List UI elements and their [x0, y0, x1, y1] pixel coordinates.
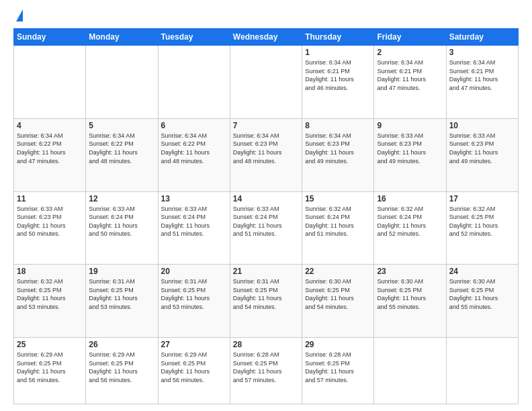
day-info: Sunrise: 6:33 AMSunset: 6:24 PMDaylight:…	[161, 205, 227, 238]
day-number: 8	[305, 121, 371, 130]
calendar-table: SundayMondayTuesdayWednesdayThursdayFrid…	[13, 28, 519, 404]
calendar-cell: 11Sunrise: 6:33 AMSunset: 6:23 PMDayligh…	[14, 191, 86, 265]
day-number: 5	[89, 121, 154, 130]
day-number: 14	[233, 194, 299, 203]
calendar-header-friday: Friday	[374, 29, 446, 46]
calendar-cell: 4Sunrise: 6:34 AMSunset: 6:22 PMDaylight…	[14, 118, 86, 191]
day-info: Sunrise: 6:34 AMSunset: 6:22 PMDaylight:…	[161, 132, 227, 165]
day-number: 13	[161, 194, 227, 203]
calendar-header-sunday: Sunday	[14, 29, 86, 46]
day-number: 28	[233, 340, 299, 349]
page: SundayMondayTuesdayWednesdayThursdayFrid…	[0, 0, 532, 411]
calendar-cell: 29Sunrise: 6:28 AMSunset: 6:25 PMDayligh…	[302, 338, 374, 404]
calendar-cell: 23Sunrise: 6:30 AMSunset: 6:25 PMDayligh…	[374, 265, 446, 338]
calendar-cell: 12Sunrise: 6:33 AMSunset: 6:24 PMDayligh…	[86, 191, 158, 265]
calendar-header-tuesday: Tuesday	[158, 29, 230, 46]
day-number: 21	[233, 267, 299, 276]
day-number: 7	[233, 121, 299, 130]
day-number: 1	[305, 48, 371, 57]
day-info: Sunrise: 6:33 AMSunset: 6:24 PMDaylight:…	[89, 205, 154, 238]
calendar-cell: 14Sunrise: 6:33 AMSunset: 6:24 PMDayligh…	[230, 191, 302, 265]
calendar-cell: 22Sunrise: 6:30 AMSunset: 6:25 PMDayligh…	[302, 265, 374, 338]
day-number: 27	[161, 340, 227, 349]
day-info: Sunrise: 6:29 AMSunset: 6:25 PMDaylight:…	[161, 351, 227, 384]
day-number: 11	[17, 194, 83, 203]
day-number: 25	[17, 340, 83, 349]
calendar-cell	[374, 338, 446, 404]
day-number: 20	[161, 267, 227, 276]
day-number: 17	[449, 194, 515, 203]
day-info: Sunrise: 6:32 AMSunset: 6:25 PMDaylight:…	[17, 277, 83, 311]
calendar-header-row: SundayMondayTuesdayWednesdayThursdayFrid…	[14, 29, 519, 46]
day-info: Sunrise: 6:34 AMSunset: 6:22 PMDaylight:…	[89, 132, 154, 165]
day-info: Sunrise: 6:32 AMSunset: 6:24 PMDaylight:…	[377, 205, 443, 238]
calendar-week-3: 11Sunrise: 6:33 AMSunset: 6:23 PMDayligh…	[14, 191, 519, 265]
calendar-week-1: 1Sunrise: 6:34 AMSunset: 6:21 PMDaylight…	[14, 46, 519, 119]
day-info: Sunrise: 6:34 AMSunset: 6:21 PMDaylight:…	[305, 58, 371, 92]
calendar-cell: 27Sunrise: 6:29 AMSunset: 6:25 PMDayligh…	[158, 338, 230, 404]
calendar-cell: 25Sunrise: 6:29 AMSunset: 6:25 PMDayligh…	[14, 338, 86, 404]
day-info: Sunrise: 6:30 AMSunset: 6:25 PMDaylight:…	[305, 277, 371, 311]
day-number: 10	[449, 121, 515, 130]
calendar-cell: 20Sunrise: 6:31 AMSunset: 6:25 PMDayligh…	[158, 265, 230, 338]
day-info: Sunrise: 6:28 AMSunset: 6:25 PMDaylight:…	[305, 351, 371, 384]
day-number: 19	[89, 267, 154, 276]
day-number: 12	[89, 194, 154, 203]
day-number: 18	[17, 267, 83, 276]
day-info: Sunrise: 6:29 AMSunset: 6:25 PMDaylight:…	[17, 351, 83, 384]
calendar-cell: 8Sunrise: 6:34 AMSunset: 6:23 PMDaylight…	[302, 118, 374, 191]
calendar-cell: 7Sunrise: 6:34 AMSunset: 6:23 PMDaylight…	[230, 118, 302, 191]
logo-triangle-icon	[16, 9, 23, 21]
day-info: Sunrise: 6:31 AMSunset: 6:25 PMDaylight:…	[89, 277, 154, 311]
calendar-cell: 16Sunrise: 6:32 AMSunset: 6:24 PMDayligh…	[374, 191, 446, 265]
calendar-cell: 28Sunrise: 6:28 AMSunset: 6:25 PMDayligh…	[230, 338, 302, 404]
day-number: 26	[89, 340, 154, 349]
day-info: Sunrise: 6:33 AMSunset: 6:23 PMDaylight:…	[17, 205, 83, 238]
calendar-week-5: 25Sunrise: 6:29 AMSunset: 6:25 PMDayligh…	[14, 338, 519, 404]
day-number: 29	[305, 340, 371, 349]
calendar-cell: 26Sunrise: 6:29 AMSunset: 6:25 PMDayligh…	[86, 338, 158, 404]
calendar-header-wednesday: Wednesday	[230, 29, 302, 46]
calendar-cell: 18Sunrise: 6:32 AMSunset: 6:25 PMDayligh…	[14, 265, 86, 338]
day-info: Sunrise: 6:34 AMSunset: 6:23 PMDaylight:…	[305, 132, 371, 165]
calendar-cell	[86, 46, 158, 119]
day-number: 22	[305, 267, 371, 276]
calendar-cell: 6Sunrise: 6:34 AMSunset: 6:22 PMDaylight…	[158, 118, 230, 191]
day-info: Sunrise: 6:34 AMSunset: 6:21 PMDaylight:…	[377, 58, 443, 92]
calendar-cell: 24Sunrise: 6:30 AMSunset: 6:25 PMDayligh…	[446, 265, 518, 338]
day-info: Sunrise: 6:30 AMSunset: 6:25 PMDaylight:…	[377, 277, 443, 311]
day-info: Sunrise: 6:34 AMSunset: 6:23 PMDaylight:…	[233, 132, 299, 165]
logo	[13, 11, 23, 21]
day-number: 9	[377, 121, 443, 130]
calendar-cell: 21Sunrise: 6:31 AMSunset: 6:25 PMDayligh…	[230, 265, 302, 338]
calendar-cell: 13Sunrise: 6:33 AMSunset: 6:24 PMDayligh…	[158, 191, 230, 265]
day-info: Sunrise: 6:34 AMSunset: 6:21 PMDaylight:…	[449, 58, 515, 92]
calendar-cell	[230, 46, 302, 119]
day-number: 3	[449, 48, 515, 57]
calendar-cell	[14, 46, 86, 119]
day-number: 2	[377, 48, 443, 57]
calendar-cell: 10Sunrise: 6:33 AMSunset: 6:23 PMDayligh…	[446, 118, 518, 191]
day-number: 24	[449, 267, 515, 276]
day-info: Sunrise: 6:33 AMSunset: 6:24 PMDaylight:…	[233, 205, 299, 238]
day-number: 23	[377, 267, 443, 276]
day-info: Sunrise: 6:29 AMSunset: 6:25 PMDaylight:…	[89, 351, 154, 384]
calendar-header-monday: Monday	[86, 29, 158, 46]
day-info: Sunrise: 6:28 AMSunset: 6:25 PMDaylight:…	[233, 351, 299, 384]
calendar-cell: 3Sunrise: 6:34 AMSunset: 6:21 PMDaylight…	[446, 46, 518, 119]
calendar-cell	[158, 46, 230, 119]
calendar-week-2: 4Sunrise: 6:34 AMSunset: 6:22 PMDaylight…	[14, 118, 519, 191]
day-info: Sunrise: 6:34 AMSunset: 6:22 PMDaylight:…	[17, 132, 83, 165]
day-info: Sunrise: 6:33 AMSunset: 6:23 PMDaylight:…	[449, 132, 515, 165]
calendar-cell	[446, 338, 518, 404]
day-info: Sunrise: 6:32 AMSunset: 6:24 PMDaylight:…	[305, 205, 371, 238]
calendar-cell: 2Sunrise: 6:34 AMSunset: 6:21 PMDaylight…	[374, 46, 446, 119]
day-number: 15	[305, 194, 371, 203]
day-number: 6	[161, 121, 227, 130]
calendar-week-4: 18Sunrise: 6:32 AMSunset: 6:25 PMDayligh…	[14, 265, 519, 338]
day-info: Sunrise: 6:30 AMSunset: 6:25 PMDaylight:…	[449, 277, 515, 311]
calendar-cell: 17Sunrise: 6:32 AMSunset: 6:25 PMDayligh…	[446, 191, 518, 265]
header	[13, 11, 519, 21]
day-number: 16	[377, 194, 443, 203]
day-number: 4	[17, 121, 83, 130]
